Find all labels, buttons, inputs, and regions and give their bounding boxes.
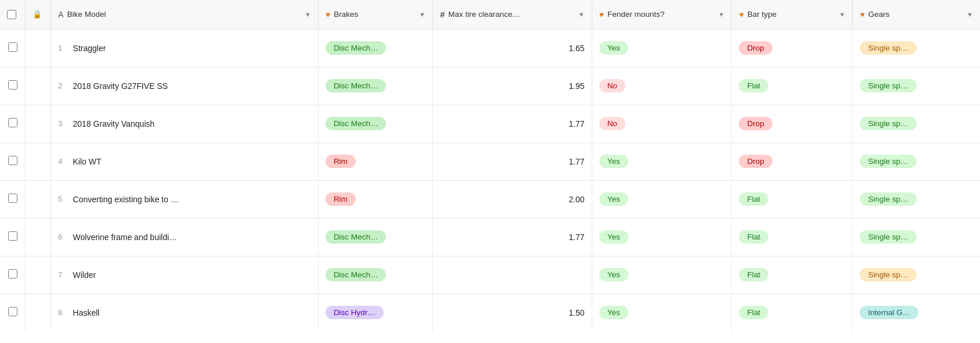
row-checkbox[interactable] [8, 194, 17, 203]
bar-badge: Flat [739, 306, 768, 319]
gears-badge: Single sp… [860, 268, 916, 281]
row-checkbox[interactable] [8, 156, 17, 165]
row-checkbox[interactable] [8, 307, 17, 316]
gears-badge: Single sp… [860, 155, 916, 168]
table-row: 3 2018 Gravity Vanquish Disc Mech…1.77No… [0, 105, 980, 142]
row-checkbox-cell[interactable] [0, 142, 26, 180]
row-number: 4 [58, 157, 62, 166]
row-brakes-cell: Rim [318, 142, 432, 180]
row-tire-cell: 2.00 [432, 180, 592, 218]
bar-badge: Drop [739, 155, 772, 168]
header-brakes[interactable]: ♥ Brakes ▼ [318, 0, 432, 29]
row-number: 2 [58, 81, 62, 90]
tire-value: 1.50 [440, 308, 585, 317]
row-lock-cell [26, 29, 51, 67]
header-tire[interactable]: # Max tire clearance… ▼ [432, 0, 592, 29]
row-checkbox-cell[interactable] [0, 294, 26, 331]
fender-badge: Yes [599, 306, 628, 319]
table-row: 7 Wilder Disc Mech…YesFlatSingle sp… [0, 256, 980, 294]
header-bike-model-label: Bike Model [67, 10, 301, 19]
row-gears-cell: Single sp… [853, 180, 980, 218]
fender-badge: Yes [599, 230, 628, 244]
header-tire-label: Max tire clearance… [448, 10, 574, 19]
fender-badge: Yes [599, 41, 628, 55]
bike-table: 🔒 A Bike Model ▼ ♥ Brakes ▼ [0, 0, 980, 331]
fender-badge: No [599, 79, 625, 92]
row-brakes-cell: Disc Mech… [318, 67, 432, 105]
row-lock-cell [26, 294, 51, 331]
row-checkbox[interactable] [8, 269, 17, 278]
row-checkbox-cell[interactable] [0, 105, 26, 142]
row-bar-cell: Flat [732, 294, 853, 331]
row-checkbox[interactable] [8, 118, 17, 127]
row-bar-cell: Drop [732, 105, 853, 142]
row-tire-cell: 1.65 [432, 29, 592, 67]
bar-field-icon: ♥ [739, 10, 743, 19]
row-fender-cell: Yes [592, 142, 732, 180]
row-tire-cell: 1.50 [432, 294, 592, 331]
row-fender-cell: Yes [592, 294, 732, 331]
tire-value: 1.95 [440, 81, 585, 91]
brakes-badge: Disc Mech… [326, 230, 387, 244]
row-gears-cell: Internal G… [853, 294, 980, 331]
row-checkbox[interactable] [8, 231, 17, 241]
bar-badge: Flat [739, 79, 768, 92]
row-brakes-cell: Rim [318, 180, 432, 218]
row-lock-cell [26, 105, 51, 142]
table-row: 1 Straggler Disc Mech…1.65YesDropSingle … [0, 29, 980, 67]
row-number: 5 [58, 195, 62, 203]
row-number: 8 [58, 308, 62, 317]
row-bar-cell: Flat [732, 180, 853, 218]
row-checkbox[interactable] [8, 80, 17, 90]
bike-name: 2018 Gravity Vanquish [73, 119, 155, 128]
text-type-icon: A [58, 10, 63, 19]
fender-badge: No [599, 117, 625, 130]
row-number: 1 [58, 44, 62, 52]
brakes-field-icon: ♥ [326, 10, 330, 19]
row-fender-cell: No [592, 105, 732, 142]
header-bar-label: Bar type [747, 10, 836, 19]
row-checkbox-cell[interactable] [0, 67, 26, 105]
select-all-checkbox[interactable] [7, 10, 16, 19]
table-row: 4 Kilo WT Rim1.77YesDropSingle sp… [0, 142, 980, 180]
bike-name: Wolverine frame and buildi… [73, 233, 177, 242]
row-checkbox-cell[interactable] [0, 256, 26, 294]
row-bar-cell: Flat [732, 256, 853, 294]
tire-value: 1.77 [440, 119, 585, 128]
tire-value: 1.77 [440, 233, 585, 242]
header-gears[interactable]: ♥ Gears ▼ [853, 0, 980, 29]
sort-arrow-icon: ▼ [305, 11, 311, 18]
row-bar-cell: Flat [732, 67, 853, 105]
row-bar-cell: Drop [732, 29, 853, 67]
row-bike-cell: 3 2018 Gravity Vanquish [51, 105, 319, 142]
bike-name: Kilo WT [73, 157, 101, 166]
header-bar[interactable]: ♥ Bar type ▼ [732, 0, 853, 29]
hash-type-icon: # [440, 9, 445, 19]
row-checkbox-cell[interactable] [0, 180, 26, 218]
row-fender-cell: Yes [592, 29, 732, 67]
row-gears-cell: Single sp… [853, 256, 980, 294]
row-lock-cell [26, 218, 51, 256]
row-lock-cell [26, 142, 51, 180]
bar-badge: Flat [739, 268, 768, 281]
row-checkbox-cell[interactable] [0, 29, 26, 67]
bar-badge: Flat [739, 192, 768, 206]
header-checkbox[interactable] [0, 0, 26, 29]
bike-name: Converting existing bike to … [73, 195, 178, 204]
bike-name: Wilder [73, 270, 96, 280]
header-lock: 🔒 [26, 0, 51, 29]
brakes-badge: Rim [326, 155, 356, 168]
row-bike-cell: 6 Wolverine frame and buildi… [51, 218, 319, 256]
brakes-badge: Disc Mech… [326, 79, 387, 92]
row-checkbox[interactable] [8, 42, 17, 52]
gears-badge: Single sp… [860, 79, 916, 92]
row-number: 7 [58, 270, 62, 279]
gears-badge: Single sp… [860, 117, 916, 130]
header-fender[interactable]: ♥ Fender mounts? ▼ [592, 0, 732, 29]
fender-field-icon: ♥ [599, 10, 604, 19]
header-bike-model[interactable]: A Bike Model ▼ [51, 0, 319, 29]
row-checkbox-cell[interactable] [0, 218, 26, 256]
header-brakes-label: Brakes [334, 10, 416, 19]
fender-badge: Yes [599, 268, 628, 281]
brakes-badge: Rim [326, 192, 356, 206]
